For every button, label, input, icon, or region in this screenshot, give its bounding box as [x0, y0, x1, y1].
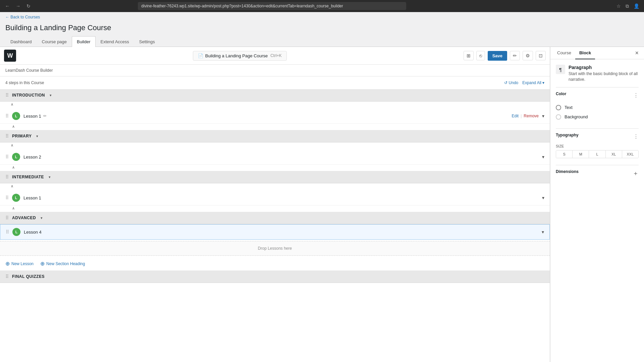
color-background-option: Background — [556, 112, 639, 122]
section-sub-chevron-primary[interactable]: ∧ — [0, 142, 550, 149]
lesson-name-1: Lesson 1 ✏ — [23, 114, 508, 119]
browser-actions: ☆ ⧉ 👤 — [615, 3, 641, 10]
external-icon-button[interactable]: ⎋ — [476, 51, 485, 60]
tab-block[interactable]: Block — [575, 47, 595, 59]
lesson-name-4: Lesson 4 — [24, 230, 537, 235]
undo-button[interactable]: ↺ Undo — [504, 80, 519, 85]
layout-icon-button[interactable]: ⊡ — [536, 51, 546, 60]
section-chevron-intermediate[interactable]: ▾ — [49, 175, 51, 179]
lesson-row-3: ⠿ L Lesson 1 ▾ — [0, 190, 550, 205]
new-section-button[interactable]: ⊕ New Section Heading — [40, 261, 85, 266]
extensions-icon[interactable]: ⧉ — [624, 3, 630, 10]
back-to-courses-link[interactable]: ← Back to Courses — [5, 15, 40, 19]
builder-main: W 📄 Building a Landing Page Course Ctrl+… — [0, 47, 550, 362]
block-title: Paragraph — [569, 65, 639, 70]
nav-tabs: Dashboard Course page Builder Extend Acc… — [0, 36, 644, 47]
tab-extend-access[interactable]: Extend Access — [96, 36, 134, 47]
drag-handle-intermediate[interactable]: ⠿ — [5, 174, 9, 180]
edit-link-1[interactable]: Edit — [512, 114, 519, 118]
address-bar[interactable]: divine-feather-76243.wp1.site/wp-admin/p… — [138, 2, 406, 10]
lesson-name-2: Lesson 2 — [23, 155, 537, 160]
remove-link-1[interactable]: Remove — [524, 114, 539, 118]
section-heading-final-quizzes: ⠿ FINAL QUIZZES — [0, 270, 550, 283]
toolbar-center: 📄 Building a Landing Page Course Ctrl+K — [20, 51, 460, 61]
builder-label: LearnDash Course Builder — [0, 65, 550, 76]
tab-settings[interactable]: Settings — [134, 36, 160, 47]
tab-dashboard[interactable]: Dashboard — [5, 36, 37, 47]
lesson-icon-1: L — [12, 112, 20, 120]
color-more-options-icon[interactable]: ⋮ — [633, 92, 639, 99]
size-xl-button[interactable]: XL — [606, 150, 622, 158]
dimensions-add-button[interactable]: ＋ — [633, 169, 639, 177]
tab-builder[interactable]: Builder — [72, 36, 95, 47]
panel-divider-1 — [556, 87, 639, 87]
section-title-advanced: ADVANCED — [12, 216, 36, 220]
section-sub-chevron-introduction[interactable]: ∧ — [0, 102, 550, 109]
section-chevron-primary[interactable]: ▾ — [36, 134, 38, 138]
drag-handle-advanced[interactable]: ⠿ — [5, 215, 9, 221]
lesson-chevron-2[interactable]: ▾ — [542, 154, 544, 160]
section-chevron-introduction[interactable]: ▾ — [50, 93, 52, 98]
lesson-drag-handle-3[interactable]: ⠿ — [5, 195, 9, 200]
drag-handle-primary[interactable]: ⠿ — [5, 133, 9, 139]
add-section-icon: ⊕ — [40, 261, 45, 266]
lesson-sub-chevron-1[interactable]: ∧ — [0, 124, 550, 130]
size-l-button[interactable]: L — [589, 150, 605, 158]
lesson-sub-chevron-2[interactable]: ∧ — [0, 165, 550, 171]
drag-handle-final[interactable]: ⠿ — [5, 274, 9, 279]
typography-section: Typography ⋮ SIZE S M L XL XXL — [556, 133, 639, 158]
wp-page: ← Back to Courses Building a Landing Pag… — [0, 12, 644, 362]
bookmark-icon[interactable]: ☆ — [615, 3, 622, 9]
lesson-drag-handle-2[interactable]: ⠿ — [5, 154, 9, 160]
lesson-actions-3: ▾ — [541, 195, 544, 200]
size-xxl-button[interactable]: XXL — [622, 150, 638, 158]
lesson-1-container: ⠿ L Lesson 1 ✏ Edit | Remove ▾ — [0, 109, 550, 130]
lesson-drag-handle-1[interactable]: ⠿ — [5, 113, 9, 119]
panel-close-button[interactable]: × — [632, 48, 641, 58]
wp-logo: W — [4, 50, 16, 62]
edit-icon-button[interactable]: ✏ — [510, 51, 520, 60]
inline-edit-icon-1[interactable]: ✏ — [43, 114, 47, 118]
profile-icon[interactable]: 👤 — [632, 3, 641, 9]
steps-count: 4 steps in this Course — [5, 80, 44, 85]
lesson-2-container: ⠿ L Lesson 2 ▾ ∧ — [0, 149, 550, 171]
page-title-area: Building a Landing Page Course — [0, 22, 644, 36]
lesson-chevron-4[interactable]: ▾ — [542, 229, 544, 235]
lesson-sub-chevron-3[interactable]: ∧ — [0, 205, 550, 212]
tab-course[interactable]: Course — [553, 47, 575, 59]
right-panel: Course Block × ¶ Paragraph Start with th… — [550, 47, 644, 362]
size-s-button[interactable]: S — [556, 150, 573, 158]
settings-icon-button[interactable]: ⚙ — [523, 51, 533, 60]
doc-title-button[interactable]: 📄 Building a Landing Page Course Ctrl+K — [193, 51, 287, 61]
color-background-radio[interactable] — [556, 114, 561, 120]
save-button[interactable]: Save — [488, 51, 507, 61]
typography-more-options-icon[interactable]: ⋮ — [633, 133, 639, 140]
section-title-primary: PRIMARY — [12, 134, 32, 138]
section-title-introduction: INTRODUCTION — [12, 93, 45, 98]
tab-course-page[interactable]: Course page — [37, 36, 72, 47]
nav-forward-button[interactable]: → — [14, 3, 22, 9]
lesson-icon-4: L — [12, 228, 20, 236]
expand-all-chevron-icon: ▾ — [542, 80, 544, 85]
lesson-chevron-1[interactable]: ▾ — [542, 113, 544, 119]
typography-section-title: Typography — [556, 133, 579, 137]
drag-handle-icon[interactable]: ⠿ — [5, 93, 9, 98]
color-text-option: Text — [556, 103, 639, 112]
size-m-button[interactable]: M — [573, 150, 589, 158]
section-heading-introduction: ⠿ INTRODUCTION ▾ — [0, 89, 550, 102]
nav-refresh-button[interactable]: ↻ — [25, 3, 32, 9]
lesson-chevron-3[interactable]: ▾ — [542, 195, 544, 200]
section-sub-chevron-intermediate[interactable]: ∧ — [0, 183, 550, 190]
color-section: Color ⋮ Text Background — [556, 92, 639, 122]
lesson-drag-handle-4[interactable]: ⠿ — [6, 229, 9, 235]
wp-toolbar: W 📄 Building a Landing Page Course Ctrl+… — [0, 47, 550, 65]
view-icon-button[interactable]: ⊞ — [464, 51, 474, 60]
new-lesson-button[interactable]: ⊕ New Lesson — [5, 261, 34, 266]
nav-back-button[interactable]: ← — [3, 3, 11, 9]
section-chevron-advanced[interactable]: ▾ — [41, 216, 43, 220]
color-text-radio[interactable] — [556, 105, 561, 110]
lesson-row-4: ⠿ L Lesson 4 ▾ — [0, 224, 550, 240]
expand-all-button[interactable]: Expand All ▾ — [522, 80, 544, 85]
drop-zone[interactable]: Drop Lessons here — [0, 241, 550, 256]
browser-bar: ← → ↻ divine-feather-76243.wp1.site/wp-a… — [0, 0, 644, 12]
